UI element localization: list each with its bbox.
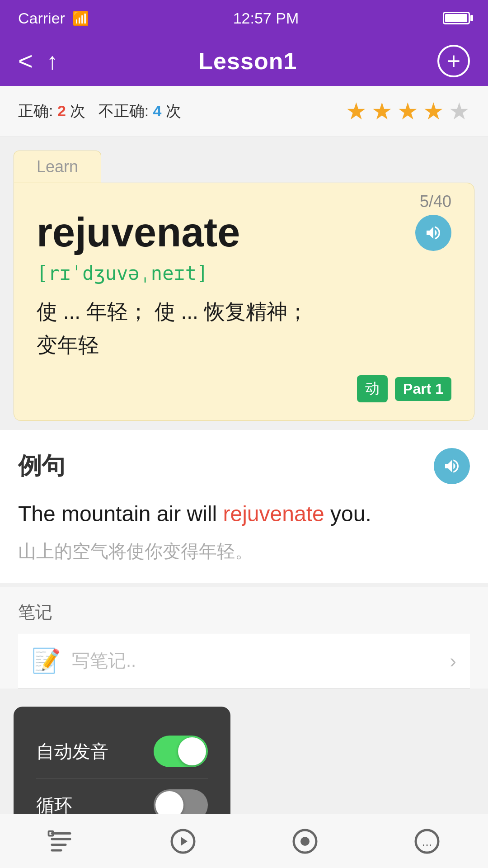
example-highlight: rejuvenate (223, 502, 324, 526)
vocabulary-word: rejuvenate (37, 210, 451, 255)
svg-text:...: ... (422, 835, 432, 849)
svg-point-8 (300, 837, 310, 846)
notes-section: 笔记 📝 写笔记.. › (0, 587, 488, 689)
rating-stars: ★ ★ ★ ★ ★ (346, 98, 470, 125)
star-3: ★ (397, 98, 418, 125)
bottom-toolbar: ... (0, 814, 488, 868)
auto-sound-row: 自动发音 (36, 725, 208, 778)
carrier-label: Carrier (18, 9, 65, 27)
example-section: 例句 The mountain air will rejuvenate you.… (0, 430, 488, 583)
star-1: ★ (346, 98, 367, 125)
nav-bar: < ↑ Lesson1 + (0, 36, 488, 86)
correct-label: 正确: (18, 102, 53, 119)
card-footer: 动 Part 1 (37, 375, 451, 402)
auto-sound-label: 自动发音 (36, 739, 108, 764)
example-after: you. (324, 502, 371, 526)
battery-icon (443, 12, 470, 24)
svg-rect-3 (51, 849, 62, 851)
word-audio-button[interactable] (415, 215, 451, 251)
stats-bar: 正确: 2 次 不正确: 4 次 ★ ★ ★ ★ ★ (0, 86, 488, 137)
correct-unit: 次 (70, 102, 85, 119)
svg-rect-2 (51, 844, 67, 846)
notes-input-row[interactable]: 📝 写笔记.. › (18, 633, 470, 689)
star-5: ★ (449, 98, 470, 125)
example-before: The mountain air will (18, 502, 223, 526)
badge-part: Part 1 (395, 377, 451, 401)
correct-count: 2 (57, 102, 66, 119)
notes-chevron-icon: › (450, 650, 456, 672)
play-button[interactable] (165, 823, 201, 859)
phonetic-text: [rɪˈdʒuvəˌneɪt] (37, 262, 451, 284)
svg-rect-1 (51, 838, 71, 840)
time-label: 12:57 PM (233, 9, 299, 27)
page-title: Lesson1 (198, 47, 297, 75)
stats-text: 正确: 2 次 不正确: 4 次 (18, 101, 181, 122)
notes-placeholder: 写笔记.. (72, 648, 439, 673)
back-button[interactable]: < (18, 48, 33, 74)
wifi-icon: 📶 (72, 10, 89, 26)
list-button[interactable] (43, 823, 79, 859)
wrong-unit: 次 (166, 102, 181, 119)
example-chinese: 山上的空气将使你变得年轻。 (18, 538, 470, 565)
vocabulary-card: 5/40 rejuvenate [rɪˈdʒuvəˌneɪt] 使 ... 年轻… (14, 183, 474, 421)
card-counter: 5/40 (420, 192, 451, 211)
wrong-label: 不正确: (99, 102, 149, 119)
record-button[interactable] (287, 823, 323, 859)
example-audio-button[interactable] (434, 448, 470, 484)
notes-icon: 📝 (32, 647, 61, 675)
notes-label: 笔记 (18, 601, 470, 624)
card-tab-learn[interactable]: Learn (14, 151, 101, 183)
badge-dong: 动 (357, 375, 388, 402)
example-title: 例句 (18, 450, 65, 482)
star-2: ★ (371, 98, 393, 125)
share-button[interactable]: ... (409, 823, 445, 859)
up-button[interactable]: ↑ (47, 47, 58, 75)
wrong-count: 4 (153, 102, 162, 119)
star-4: ★ (423, 98, 444, 125)
add-button[interactable]: + (437, 45, 470, 77)
word-meaning: 使 ... 年轻； 使 ... 恢复精神；变年轻 (37, 295, 451, 362)
card-container: Learn 5/40 rejuvenate [rɪˈdʒuvəˌneɪt] 使 … (0, 137, 488, 421)
example-header: 例句 (18, 448, 470, 484)
auto-sound-toggle[interactable] (154, 736, 208, 767)
status-bar: Carrier 📶 12:57 PM (0, 0, 488, 36)
example-english: The mountain air will rejuvenate you. (18, 498, 470, 530)
svg-marker-6 (181, 837, 188, 846)
